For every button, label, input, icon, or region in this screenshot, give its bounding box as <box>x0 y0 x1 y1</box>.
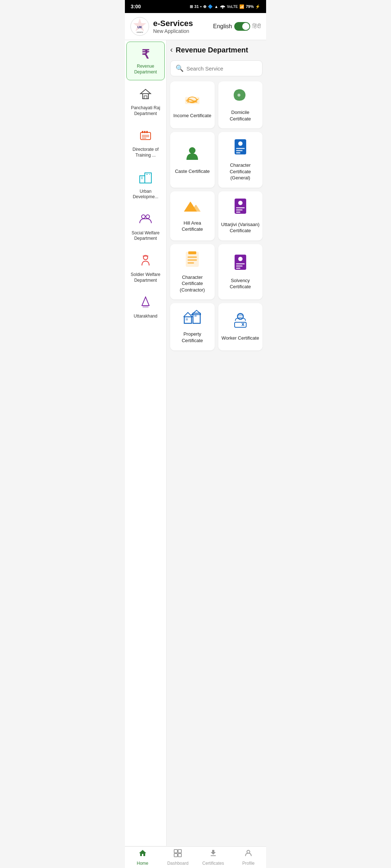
svg-rect-10 <box>144 131 146 133</box>
language-switcher[interactable]: English हिंदी <box>213 22 261 31</box>
svg-rect-43 <box>236 209 243 210</box>
service-domicile-certificate[interactable]: Domicile Certificate <box>218 81 263 128</box>
service-solvency[interactable]: Solvency Certificate <box>218 244 263 300</box>
svg-point-29 <box>189 147 196 154</box>
hill-area-label: Hill Area Certificate <box>173 220 212 233</box>
sidebar-label-training: Directorate of Training ... <box>130 147 161 158</box>
sidebar-item-social[interactable]: Social Welfare Department <box>126 207 165 247</box>
character-contractor-label: Character Certificate (Contractor) <box>173 274 212 293</box>
soldier-icon <box>139 254 152 270</box>
department-header: ‹ Revenue Department <box>170 44 262 56</box>
uttarjivi-label: Uttarjivi (Varisaan) Certificate <box>221 221 260 234</box>
sidebar-label-urban: Urban Developme... <box>130 189 161 200</box>
income-icon <box>184 91 201 109</box>
search-icon: 🔍 <box>176 64 184 72</box>
svg-rect-54 <box>236 268 240 269</box>
service-income-certificate[interactable]: Income Certificate <box>170 81 215 128</box>
svg-rect-15 <box>140 176 145 183</box>
svg-rect-49 <box>188 262 194 264</box>
svg-point-31 <box>238 141 243 146</box>
svg-rect-11 <box>146 131 148 133</box>
service-worker[interactable]: Worker Certificate <box>218 303 263 350</box>
svg-marker-39 <box>195 204 197 205</box>
sidebar-item-uttarakhand[interactable]: Uttarakhand <box>126 290 165 325</box>
svg-rect-47 <box>188 256 197 258</box>
svg-rect-48 <box>188 259 197 261</box>
svg-marker-38 <box>190 201 192 202</box>
property-label: Property Certificate <box>173 331 212 344</box>
panchayat-icon <box>139 87 152 103</box>
app-logo: UK उत्तराखण्ड <box>130 17 150 36</box>
svg-rect-53 <box>236 265 243 267</box>
service-character-contractor[interactable]: Character Certificate (Contractor) <box>170 244 215 300</box>
sidebar-item-soldier[interactable]: Soldier Welfare Department <box>126 248 165 289</box>
solvency-icon <box>233 254 248 274</box>
sidebar-item-revenue[interactable]: ₹ Revenue Department <box>126 42 165 80</box>
svg-text:UK: UK <box>138 25 142 29</box>
revenue-icon: ₹ <box>142 47 150 61</box>
svg-rect-24 <box>143 255 148 257</box>
sidebar-label-panchayat: Panchayati Raj Department <box>130 105 161 116</box>
svg-rect-59 <box>186 318 188 320</box>
urban-icon <box>139 171 152 187</box>
uttarjivi-icon <box>233 198 248 218</box>
services-grid: Income Certificate Domicile Certificate <box>170 81 262 350</box>
sidebar-item-panchayat[interactable]: Panchayati Raj Department <box>126 82 165 122</box>
svg-rect-16 <box>145 173 151 183</box>
svg-point-41 <box>238 201 243 205</box>
service-hill-area[interactable]: Hill Area Certificate <box>170 191 215 241</box>
character-contractor-icon <box>185 251 200 271</box>
hindi-label: हिंदी <box>252 23 261 30</box>
svg-rect-46 <box>188 251 196 254</box>
svg-rect-7 <box>144 96 147 99</box>
svg-rect-62 <box>235 322 246 327</box>
search-bar[interactable]: 🔍 <box>170 60 262 76</box>
english-label: English <box>213 23 232 30</box>
svg-rect-5 <box>143 94 148 99</box>
app-title-group: e-Services New Application <box>153 19 210 34</box>
hill-area-icon <box>183 199 201 216</box>
svg-marker-57 <box>184 312 192 317</box>
main-content: ₹ Revenue Department Panchayati Raj Depa… <box>125 40 266 846</box>
svg-point-51 <box>238 257 243 261</box>
svg-point-22 <box>146 215 150 218</box>
back-button[interactable]: ‹ <box>170 45 173 55</box>
service-character-general[interactable]: Character Certificate (General) <box>218 132 263 188</box>
toggle-thumb <box>242 23 249 30</box>
services-panel: ‹ Revenue Department 🔍 <box>167 40 266 846</box>
character-general-icon <box>233 139 248 158</box>
language-toggle[interactable] <box>234 22 250 31</box>
wifi-icon <box>220 4 226 9</box>
status-icons: ⊞ 31 • ⊕ 🔷 ▲ VoLTE 📶 79% ⚡ <box>190 4 260 9</box>
worker-label: Worker Certificate <box>222 335 259 341</box>
department-title: Revenue Department <box>176 46 248 54</box>
solvency-label: Solvency Certificate <box>221 277 260 290</box>
income-certificate-label: Income Certificate <box>173 112 211 119</box>
uttarakhand-logo: UK उत्तराखण्ड <box>130 17 150 36</box>
app-header: UK उत्तराखण्ड e-Services New Application… <box>125 13 266 40</box>
domicile-certificate-label: Domicile Certificate <box>221 109 260 122</box>
worker-icon <box>232 312 249 331</box>
sidebar-item-training[interactable]: Directorate of Training ... <box>126 123 165 163</box>
service-caste-certificate[interactable]: Caste Certificate <box>170 132 215 188</box>
svg-rect-52 <box>236 263 245 264</box>
caste-icon <box>184 145 200 165</box>
search-input[interactable] <box>186 65 257 72</box>
service-uttarjivi[interactable]: Uttarjivi (Varisaan) Certificate <box>218 191 263 241</box>
svg-rect-32 <box>236 148 245 149</box>
app-subtitle: New Application <box>153 28 210 34</box>
svg-rect-60 <box>194 315 197 317</box>
app-name: e-Services <box>153 19 210 28</box>
department-sidebar: ₹ Revenue Department Panchayati Raj Depa… <box>125 40 167 846</box>
status-time: 3:00 <box>131 4 141 9</box>
training-icon <box>139 129 152 145</box>
sidebar-item-urban[interactable]: Urban Developme... <box>126 165 165 205</box>
svg-point-21 <box>142 215 145 218</box>
svg-point-0 <box>222 8 223 9</box>
property-icon <box>184 310 201 327</box>
character-general-label: Character Certificate (General) <box>221 162 260 181</box>
svg-rect-25 <box>143 306 148 308</box>
svg-marker-37 <box>186 203 188 204</box>
social-icon <box>139 212 152 228</box>
service-property[interactable]: Property Certificate <box>170 303 215 350</box>
